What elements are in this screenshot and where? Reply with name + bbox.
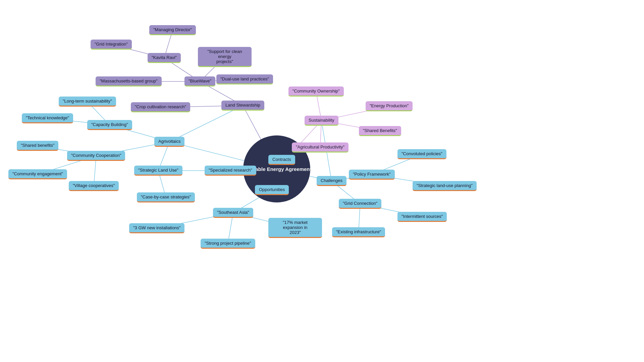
policy-framework-node[interactable]: "Policy Framework" bbox=[349, 170, 395, 180]
crop-cultivation-node[interactable]: "Crop cultivation research" bbox=[131, 102, 190, 112]
contracts-node[interactable]: Contracts bbox=[268, 155, 295, 165]
long-term-sustainability-node[interactable]: "Long-term sustainability" bbox=[59, 97, 116, 107]
challenges-node[interactable]: Challenges bbox=[317, 176, 346, 186]
technical-knowledge-node[interactable]: "Technical knowledge" bbox=[22, 113, 73, 123]
bluewave-node[interactable]: "BlueWave" bbox=[184, 76, 215, 86]
strong-pipeline-node[interactable]: "Strong project pipeline" bbox=[201, 239, 255, 249]
managing-director-node[interactable]: "Managing Director" bbox=[149, 25, 196, 35]
community-engagement-node[interactable]: "Community engagement" bbox=[8, 169, 67, 179]
3gw-node[interactable]: "3 GW new installations" bbox=[129, 223, 184, 233]
massachusetts-node[interactable]: "Massachusetts-based group" bbox=[96, 76, 162, 86]
capacity-building-node[interactable]: "Capacity Building" bbox=[87, 120, 132, 130]
community-cooperation-node[interactable]: "Community Cooperation" bbox=[67, 151, 125, 161]
grid-integration-node[interactable]: "Grid Integration" bbox=[91, 40, 132, 50]
energy-production-node[interactable]: "Energy Production" bbox=[366, 101, 413, 111]
agrivoltaics-node[interactable]: Agrivoltaics bbox=[154, 137, 184, 147]
southeast-asia-node[interactable]: "Southeast Asia" bbox=[213, 208, 253, 218]
kavita-ravi-node[interactable]: "Kavita Ravi" bbox=[148, 53, 181, 63]
support-clean-energy-node[interactable]: "Support for clean energy projects" bbox=[198, 47, 252, 67]
agricultural-productivity-node[interactable]: "Agricultural Productivity" bbox=[292, 142, 348, 153]
strategic-land-use-node[interactable]: "Strategic Land Use" bbox=[134, 166, 182, 176]
strategic-land-planning-node[interactable]: "Strategic land-use planning" bbox=[413, 181, 477, 191]
shared-benefits-left-node[interactable]: "Shared benefits" bbox=[17, 141, 58, 151]
opportunities-node[interactable]: Opportunities bbox=[255, 185, 289, 195]
convoluted-policies-node[interactable]: "Convoluted policies" bbox=[397, 149, 446, 159]
existing-infrastructure-node[interactable]: "Existing infrastructure" bbox=[332, 227, 385, 237]
specialized-research-node[interactable]: "Specialized research" bbox=[205, 166, 256, 176]
intermittent-sources-node[interactable]: "Intermittent sources" bbox=[397, 212, 447, 222]
17-percent-node[interactable]: "17% market expansion in 2023" bbox=[268, 218, 322, 238]
sustainability-node[interactable]: Sustainability bbox=[305, 116, 338, 126]
case-by-case-node[interactable]: "Case-by-case strategies" bbox=[137, 192, 195, 202]
community-ownership-node[interactable]: "Community Ownership" bbox=[288, 86, 344, 97]
village-cooperatives-node[interactable]: "Village cooperatives" bbox=[69, 181, 119, 191]
land-stewardship-node[interactable]: Land Stewardship bbox=[221, 101, 264, 111]
dual-use-node[interactable]: "Dual-use land practices" bbox=[216, 74, 273, 84]
shared-benefits-right-node[interactable]: "Shared Benefits" bbox=[359, 126, 401, 136]
grid-connection-node[interactable]: "Grid Connection" bbox=[339, 199, 381, 209]
